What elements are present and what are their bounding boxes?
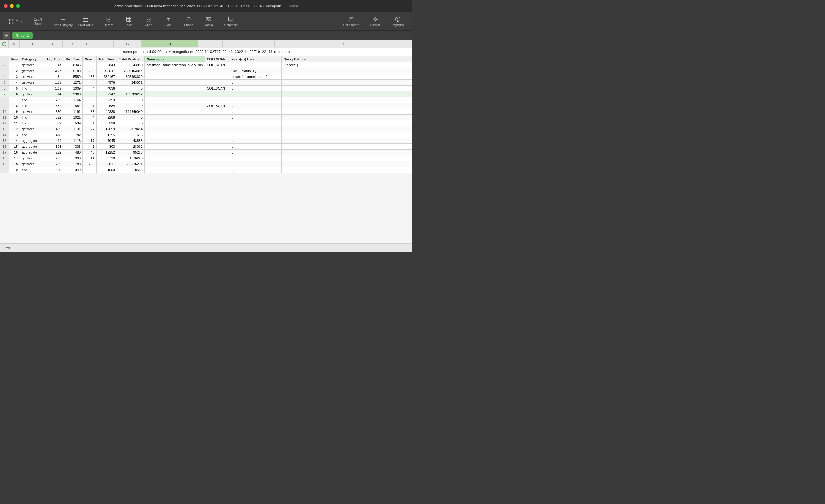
- svg-rect-3: [12, 22, 14, 24]
- table-row[interactable]: 109getMore580119185493361114849049......: [0, 109, 412, 115]
- add-category-label: Add Category: [54, 23, 73, 27]
- minimize-button[interactable]: [10, 4, 14, 8]
- table-wrapper[interactable]: Row Category Avg Time Max Time Count Tot…: [0, 56, 412, 243]
- toolbar-group-comment: Comment: [219, 15, 243, 28]
- svg-text:T: T: [167, 17, 169, 22]
- toolbar-group-media: Media: [199, 15, 218, 28]
- zoom-value: 125%: [34, 17, 43, 21]
- collaborate-label: Collaborate: [344, 23, 359, 27]
- add-sheet-button[interactable]: +: [3, 32, 10, 39]
- table-row[interactable]: 43getMore1.8s5589185332167895363629..{ u…: [0, 74, 412, 80]
- format-button[interactable]: Format: [368, 15, 383, 28]
- toolbar-group-shape: Shape: [179, 15, 199, 28]
- media-label: Media: [205, 23, 213, 27]
- table-row[interactable]: 1918getMore26578826068811562526201......: [0, 161, 412, 167]
- media-button[interactable]: Media: [202, 15, 215, 28]
- window-title: acme-prod-shard-00-00.bob4.mongodb.net_2…: [115, 4, 281, 8]
- table-row[interactable]: 1716aggregate272480451225295253......: [0, 150, 412, 155]
- toolbar-group-category: Add Category Pivot Table: [49, 15, 98, 28]
- col-header-J[interactable]: J: [223, 40, 275, 47]
- table-row[interactable]: 1413find41878231255693......: [0, 132, 412, 138]
- header-total-reslen: Total Reslen: [117, 57, 144, 62]
- toolbar-group-table: Table: [120, 15, 138, 28]
- col-header-F[interactable]: F: [94, 40, 114, 47]
- insert-button[interactable]: Insert: [102, 15, 116, 28]
- organise-label: Organise: [391, 23, 404, 27]
- header-row: Row: [9, 57, 20, 62]
- toolbar-group-format: Format: [366, 15, 385, 28]
- table-row[interactable]: 65find1.0s1009440360..COLLSCAN....: [0, 86, 412, 91]
- sheet-title-area: acme-prod-shard-00-00.bob4.mongodb.net_2…: [0, 48, 412, 56]
- sheet-tab-bar: + Sheet 1: [0, 31, 412, 40]
- add-category-button[interactable]: Add Category: [52, 15, 75, 28]
- comment-label: Comment: [224, 23, 237, 27]
- table-row[interactable]: 1211find53953915390......: [0, 120, 412, 126]
- table-row[interactable]: 21getMore7.4s83455368433143880database_n…: [0, 62, 412, 68]
- row-num-header: [0, 40, 9, 48]
- view-button[interactable]: View: [6, 17, 25, 26]
- table-row[interactable]: 1817getMore2653901437101176225......: [0, 155, 412, 161]
- table-header-row: Row Category Avg Time Max Time Count Tot…: [0, 57, 412, 62]
- toolbar-group-chart: Chart: [140, 15, 158, 28]
- view-icon: [9, 18, 15, 24]
- collaborate-icon: [348, 16, 354, 22]
- table-row[interactable]: 1312getMore4691131271265962819484......: [0, 126, 412, 132]
- table-row[interactable]: 1615aggregate303303130328062......: [0, 144, 412, 150]
- header-max-time: Max Time: [64, 57, 83, 62]
- chart-button[interactable]: Chart: [142, 15, 155, 28]
- organise-button[interactable]: Organise: [389, 15, 406, 28]
- header-category: Category: [20, 57, 45, 62]
- comment-button[interactable]: Comment: [222, 15, 240, 28]
- table-row[interactable]: 2019find2603496155918558......: [0, 167, 412, 173]
- table-row[interactable]: 98find58458415840..COLLSCAN....: [0, 103, 412, 109]
- comment-icon: [228, 16, 234, 22]
- col-header-H[interactable]: H: [141, 40, 198, 47]
- col-header-E[interactable]: E: [81, 40, 94, 47]
- toolbar-group-insert: Insert: [100, 15, 119, 28]
- header-indexes-used: Index(es) Used: [229, 57, 282, 62]
- row-num-col-header: [0, 57, 9, 62]
- header-collscan: COLLSCAN: [205, 57, 229, 62]
- media-icon: [206, 16, 212, 22]
- col-header-K[interactable]: K: [275, 40, 412, 47]
- col-header-A[interactable]: A: [9, 40, 20, 47]
- shape-button[interactable]: Shape: [182, 15, 196, 28]
- pivot-table-icon: [82, 16, 89, 22]
- col-header-row: A B C D E F G H I J K: [0, 40, 412, 48]
- col-header-G[interactable]: G: [114, 40, 141, 47]
- col-header-B[interactable]: B: [20, 40, 44, 47]
- spreadsheet-area: A B C D E F G H I J K acme-prod-shard-00…: [0, 40, 412, 252]
- format-icon: [372, 16, 378, 22]
- collaborate-button[interactable]: Collaborate: [341, 15, 362, 28]
- zoom-label: Zoom: [34, 22, 42, 25]
- table-row[interactable]: 54getMore1.1s127144576243072......: [0, 80, 412, 86]
- data-table: Row Category Avg Time Max Time Count Tot…: [0, 56, 412, 173]
- insert-label: Insert: [105, 23, 112, 27]
- zoom-button[interactable]: 125% Zoom: [31, 16, 45, 27]
- header-query-pattern: Query Pattern: [282, 57, 412, 62]
- close-button[interactable]: [4, 4, 8, 8]
- sheet-tab-1[interactable]: Sheet 1: [12, 32, 33, 38]
- title-bar: acme-prod-shard-00-00.bob4.mongodb.net_2…: [0, 0, 412, 12]
- text-button[interactable]: T Text: [162, 15, 175, 28]
- svg-rect-1: [12, 19, 14, 21]
- table-label: Table: [125, 23, 133, 27]
- col-header-D[interactable]: D: [63, 40, 81, 47]
- table-row[interactable]: 87find7951164863590......: [0, 97, 412, 103]
- table-row[interactable]: 1110find5721021422860......: [0, 115, 412, 120]
- header-total-time: Total Time: [96, 57, 117, 62]
- add-category-icon: [60, 16, 66, 22]
- table-row[interactable]: 76getMore91429636862147159203287......: [0, 91, 412, 97]
- table-row[interactable]: 32getMore3.0s61883309835412559453884..{ …: [0, 68, 412, 74]
- svg-rect-2: [9, 22, 11, 24]
- pivot-table-button[interactable]: Pivot Table: [76, 15, 96, 28]
- text-icon: T: [166, 16, 172, 22]
- svg-point-19: [187, 17, 191, 21]
- col-header-C[interactable]: C: [44, 40, 63, 47]
- col-header-I[interactable]: I: [198, 40, 223, 47]
- fullscreen-button[interactable]: [16, 4, 20, 8]
- toolbar-group-zoom: 125% Zoom: [29, 15, 48, 28]
- select-all-circle[interactable]: [2, 42, 6, 46]
- table-button[interactable]: Table: [122, 15, 136, 28]
- table-row[interactable]: 1514aggregate414111817704543888......: [0, 138, 412, 144]
